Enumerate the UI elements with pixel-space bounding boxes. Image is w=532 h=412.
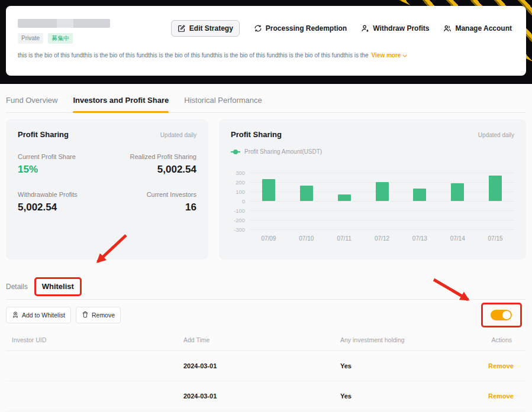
header-actions: Edit Strategy Processing Redemption With… (171, 20, 512, 37)
bar-07/10 (300, 186, 313, 201)
fund-identity: Private 募集中 (18, 19, 110, 44)
col-header-add-time: Add Time (183, 336, 340, 343)
stat-label: Current Profit Share (18, 153, 107, 160)
withdraw-profits-label: Withdraw Profits (373, 24, 429, 33)
sub-tabs: Details Whitelist (6, 282, 526, 300)
whitelist-toggle-wrap (491, 310, 512, 320)
legend-label: Profit Sharing Amount(USDT) (244, 148, 322, 155)
tab-fund-overview[interactable]: Fund Overview (6, 96, 57, 112)
bar-07/13 (413, 189, 426, 201)
stat-realized-profit-sharing: Realized Profit Sharing 5,002.54 (107, 153, 196, 176)
add-to-whitelist-button[interactable]: Add to Whitelist (6, 307, 71, 323)
chart-y-axis: 3002001000-100-200-300 (231, 173, 250, 229)
tab-historical-performance[interactable]: Historical Performance (184, 96, 262, 112)
fund-bio: this is the bio of this fundthis is the … (18, 52, 369, 59)
remove-button-label: Remove (92, 312, 115, 319)
edit-strategy-button[interactable]: Edit Strategy (171, 20, 240, 37)
recruiting-badge: 募集中 (48, 33, 73, 44)
table-header-row: Investor UID Add Time Any investment hol… (6, 330, 526, 351)
chevron-down-icon (402, 52, 407, 59)
stat-current-investors: Current Investors 16 (107, 191, 196, 213)
processing-redemption-label: Processing Redemption (266, 24, 347, 33)
stat-withdrawable-profits: Withdrawable Profits 5,002.54 (18, 191, 107, 213)
stat-label: Current Investors (107, 191, 196, 198)
bar-slot (325, 173, 363, 229)
col-header-investor-uid: Investor UID (12, 336, 183, 343)
view-more-link[interactable]: View more (372, 52, 408, 59)
redemption-icon (254, 24, 262, 33)
x-tick-label: 07/09 (250, 235, 288, 242)
table-row: 2024-03-01 Yes Remove (6, 381, 526, 411)
tab-whitelist[interactable]: Whitelist (42, 282, 74, 291)
bar-chart: 3002001000-100-200-300 (231, 173, 514, 229)
stat-value: 15% (18, 164, 107, 176)
x-tick-label: 07/12 (363, 235, 401, 242)
tab-investors-profit-share[interactable]: Investors and Profit Share (73, 96, 169, 112)
stat-current-profit-share: Current Profit Share 15% (18, 153, 107, 176)
x-tick-label: 07/15 (476, 235, 514, 242)
trash-icon (82, 311, 89, 319)
chart-bars (250, 173, 514, 229)
whitelist-toggle[interactable] (491, 310, 512, 320)
private-badge: Private (18, 33, 43, 44)
view-more-label: View more (372, 52, 401, 59)
bar-07/15 (489, 176, 502, 201)
remove-button[interactable]: Remove (76, 307, 121, 323)
profit-sharing-summary-card: Profit Sharing Updated daily Current Pro… (6, 119, 208, 259)
add-to-whitelist-label: Add to Whitelist (22, 312, 65, 319)
stat-value: 5,002.54 (18, 202, 107, 213)
row-remove-link[interactable]: Remove (488, 362, 514, 369)
edit-icon (178, 24, 186, 33)
tab-details[interactable]: Details (6, 283, 28, 291)
row-remove-link[interactable]: Remove (488, 392, 514, 400)
withdraw-icon (361, 24, 369, 33)
chart-plot-area (250, 173, 514, 229)
bar-slot (288, 173, 325, 229)
manage-account-label: Manage Account (455, 24, 512, 33)
bar-slot (439, 173, 476, 229)
manage-account-button[interactable]: Manage Account (443, 24, 512, 33)
x-tick-label: 07/10 (288, 235, 325, 242)
bar-07/11 (338, 194, 351, 201)
y-tick-label: -300 (234, 226, 245, 233)
summary-card-title: Profit Sharing (18, 130, 69, 139)
y-tick-label: -200 (234, 217, 245, 223)
y-tick-label: 0 (242, 198, 245, 205)
edit-strategy-label: Edit Strategy (189, 24, 233, 33)
stat-value: 5,002.54 (107, 164, 196, 176)
bar-slot (363, 173, 401, 229)
bar-07/14 (451, 183, 464, 201)
bar-07/12 (376, 182, 389, 201)
y-tick-label: 200 (236, 179, 245, 186)
bar-slot (250, 173, 288, 229)
x-tick-label: 07/14 (439, 235, 476, 242)
stat-value: 16 (107, 202, 196, 213)
y-tick-label: 300 (236, 170, 245, 176)
summary-updated-daily: Updated daily (160, 132, 196, 138)
bar-07/09 (262, 179, 275, 201)
x-tick-label: 07/13 (401, 235, 439, 242)
bar-slot (476, 173, 514, 229)
processing-redemption-button[interactable]: Processing Redemption (254, 24, 347, 33)
manage-account-icon (443, 24, 452, 33)
stat-label: Realized Profit Sharing (107, 153, 196, 160)
whitelist-table: Investor UID Add Time Any investment hol… (6, 330, 526, 411)
col-header-holding: Any investment holding (340, 336, 488, 343)
gridline (250, 229, 514, 230)
withdraw-profits-button[interactable]: Withdraw Profits (361, 24, 429, 33)
stat-label: Withdrawable Profits (18, 191, 107, 198)
fund-header-card: Private 募集中 Edit Strategy Processing Red… (6, 6, 526, 76)
chart-card-title: Profit Sharing (231, 130, 282, 139)
y-tick-label: 100 (236, 189, 245, 195)
chart-x-axis: 07/0907/1007/1107/1207/1307/1407/15 (250, 235, 514, 242)
bar-slot (401, 173, 439, 229)
cell-add-time: 2024-03-01 (183, 362, 340, 369)
x-tick-label: 07/11 (325, 235, 363, 242)
col-header-actions: Actions (488, 336, 512, 343)
y-tick-label: -100 (234, 207, 245, 214)
main-tabs: Fund Overview Investors and Profit Share… (6, 96, 526, 113)
profit-sharing-chart-card: Profit Sharing Updated daily Profit Shar… (219, 119, 526, 259)
cell-holding: Yes (340, 362, 488, 369)
chart-legend: Profit Sharing Amount(USDT) (231, 148, 514, 155)
add-to-whitelist-icon (12, 311, 19, 319)
